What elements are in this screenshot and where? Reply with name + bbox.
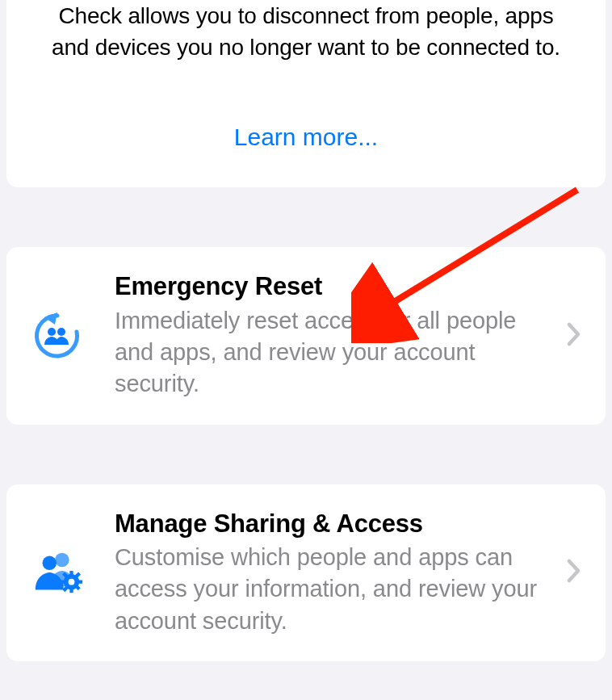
emergency-reset-body: Emergency Reset Immediately reset access…: [86, 271, 567, 400]
learn-more-link[interactable]: Learn more...: [39, 124, 573, 151]
manage-sharing-desc: Customise which people and apps can acce…: [115, 542, 559, 636]
safety-check-description: Check allows you to disconnect from peop…: [39, 0, 573, 63]
safety-check-intro-card: Check allows you to disconnect from peop…: [6, 0, 606, 187]
svg-point-1: [57, 328, 65, 336]
svg-rect-5: [69, 571, 73, 576]
svg-point-0: [48, 328, 56, 336]
svg-rect-7: [61, 581, 65, 584]
svg-rect-8: [78, 581, 82, 584]
manage-sharing-icon: [29, 544, 86, 601]
emergency-reset-desc: Immediately reset access for all people …: [115, 305, 559, 400]
svg-point-13: [69, 579, 75, 585]
chevron-right-icon: [567, 559, 581, 586]
emergency-reset-title: Emergency Reset: [115, 271, 559, 303]
emergency-reset-row[interactable]: Emergency Reset Immediately reset access…: [6, 247, 606, 424]
svg-point-2: [55, 553, 69, 568]
manage-sharing-row[interactable]: Manage Sharing & Access Customise which …: [6, 484, 606, 661]
emergency-reset-icon: [29, 308, 86, 364]
svg-point-3: [43, 556, 57, 571]
manage-sharing-title: Manage Sharing & Access: [115, 509, 559, 540]
chevron-right-icon: [567, 322, 581, 350]
svg-rect-6: [69, 589, 73, 593]
manage-sharing-body: Manage Sharing & Access Customise which …: [86, 509, 567, 637]
